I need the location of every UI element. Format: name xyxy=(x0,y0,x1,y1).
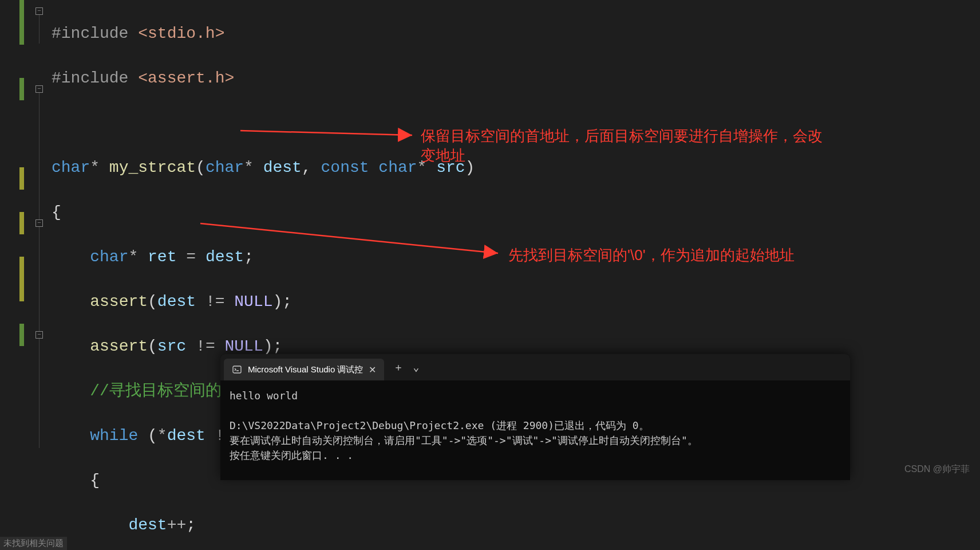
annotation-text-1: 保留目标空间的首地址，后面目标空间要进行自增操作，会改变地址 xyxy=(421,126,833,165)
editor-gutter xyxy=(0,0,34,550)
tab-menu-chevron-icon[interactable]: ⌄ xyxy=(413,361,419,374)
terminal-window: Microsoft Visual Studio 调试控 ✕ ＋ ⌄ hello … xyxy=(220,354,850,480)
close-icon[interactable]: ✕ xyxy=(369,364,376,375)
annotation-text-2: 先找到目标空间的'\0'，作为追加的起始地址 xyxy=(508,245,795,265)
terminal-icon xyxy=(232,364,242,375)
status-text: 未找到相关问题 xyxy=(0,537,67,550)
terminal-output[interactable]: hello world D:\VS2022Data\Project2\Debug… xyxy=(220,380,850,471)
svg-rect-2 xyxy=(233,366,241,373)
terminal-tab-title: Microsoft Visual Studio 调试控 xyxy=(248,364,363,375)
watermark-text: CSDN @帅宇菲 xyxy=(904,463,970,476)
terminal-tab[interactable]: Microsoft Visual Studio 调试控 ✕ xyxy=(224,359,384,380)
terminal-tabbar: Microsoft Visual Studio 调试控 ✕ ＋ ⌄ xyxy=(220,354,850,380)
new-tab-button[interactable]: ＋ xyxy=(393,360,404,374)
